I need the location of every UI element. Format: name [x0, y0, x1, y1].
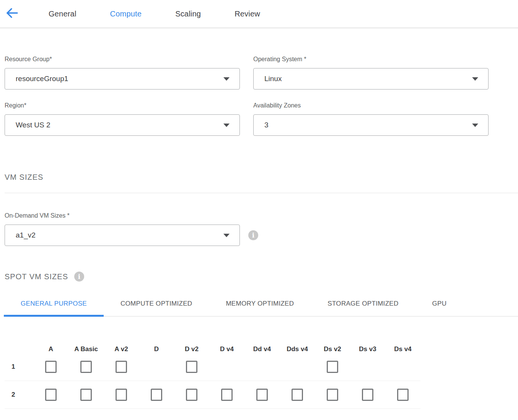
vm-size-checkbox-d-v2-row1[interactable] — [186, 361, 197, 373]
region-label: Region* — [5, 102, 240, 109]
tab-scaling[interactable]: Scaling — [175, 10, 201, 18]
vm-size-checkbox-a-basic-row2[interactable] — [80, 389, 92, 401]
spot-vm-sizes-title: SPOT VM SIZES — [5, 272, 68, 281]
spot-vm-size-table: AA BasicA v2DD v2D v4Dd v4Dds v4Ds v2Ds … — [5, 339, 420, 409]
spot-tab-gpu[interactable]: GPU — [415, 294, 464, 317]
vm-size-checkbox-dd-v4-row2[interactable] — [256, 389, 268, 401]
table-cell — [315, 389, 350, 401]
table-header-row: AA BasicA v2DD v2D v4Dd v4Dds v4Ds v2Ds … — [5, 339, 420, 353]
table-cell — [104, 389, 139, 401]
vm-size-checkbox-a-basic-row1[interactable] — [80, 361, 92, 373]
spot-category-tabs: GENERAL PURPOSECOMPUTE OPTIMIZEDMEMORY O… — [4, 294, 518, 317]
table-cell — [33, 389, 68, 401]
chevron-down-icon — [472, 77, 478, 81]
table-cell — [209, 389, 244, 401]
table-cell — [244, 389, 280, 401]
table-cell — [280, 389, 315, 401]
left-arrow-icon — [6, 7, 19, 20]
availability-zones-select[interactable]: 3 — [253, 114, 489, 136]
region-select[interactable]: West US 2 — [5, 114, 240, 136]
spot-tab-storage-optimized[interactable]: STORAGE OPTIMIZED — [311, 294, 415, 317]
compute-step-content: Resource Group* resourceGroup1 Operating… — [0, 56, 518, 409]
vm-size-checkbox-d-v2-row2[interactable] — [186, 389, 197, 401]
vm-size-checkbox-ds-v4-row2[interactable] — [397, 389, 409, 401]
table-cell — [350, 389, 385, 401]
info-icon[interactable]: i — [248, 230, 258, 240]
back-button[interactable] — [5, 7, 20, 21]
field-region: Region* West US 2 — [5, 102, 240, 136]
chevron-down-icon — [472, 124, 478, 127]
spot-vm-sizes-section: SPOT VM SIZES i — [5, 272, 518, 282]
compute-form: Resource Group* resourceGroup1 Operating… — [5, 56, 518, 136]
resource-group-value: resourceGroup1 — [16, 75, 68, 83]
column-header-dds-v4: Dds v4 — [280, 345, 315, 353]
row-label: 2 — [5, 391, 33, 399]
table-row: 1 — [5, 353, 420, 381]
column-header-d-v2: D v2 — [174, 345, 209, 353]
table-cell — [315, 361, 350, 373]
vm-size-checkbox-ds-v2-row1[interactable] — [327, 361, 338, 373]
table-cell — [68, 361, 104, 373]
vm-size-checkbox-ds-v2-row2[interactable] — [327, 389, 338, 401]
field-operating-system: Operating System * Linux — [253, 56, 489, 90]
availability-zones-value: 3 — [264, 121, 269, 129]
vm-sizes-section-title: VM SIZES — [5, 173, 518, 182]
column-header-d-v4: D v4 — [209, 345, 244, 353]
field-resource-group: Resource Group* resourceGroup1 — [5, 56, 240, 90]
wizard-header: General Compute Scaling Review — [0, 0, 518, 28]
spot-tab-general-purpose[interactable]: GENERAL PURPOSE — [4, 294, 104, 317]
operating-system-value: Linux — [264, 75, 282, 83]
column-header-a-v2: A v2 — [104, 345, 139, 353]
vm-size-checkbox-dds-v4-row2[interactable] — [292, 389, 303, 401]
vm-size-checkbox-a-v2-row1[interactable] — [116, 361, 127, 373]
on-demand-vm-sizes-label: On-Demand VM Sizes * — [5, 212, 518, 219]
table-cell — [68, 389, 104, 401]
availability-zones-label: Availability Zones — [253, 102, 489, 109]
column-header-ds-v2: Ds v2 — [315, 345, 350, 353]
section-divider — [5, 193, 518, 193]
on-demand-vm-sizes-value: a1_v2 — [16, 231, 36, 239]
tab-review[interactable]: Review — [235, 10, 260, 18]
table-cell — [174, 361, 209, 373]
table-cell — [385, 389, 420, 401]
vm-size-checkbox-a-row1[interactable] — [45, 361, 57, 373]
on-demand-vm-sizes-select[interactable]: a1_v2 — [5, 225, 240, 246]
column-header-ds-v4: Ds v4 — [385, 345, 420, 353]
wizard-steps: General Compute Scaling Review — [49, 10, 260, 18]
row-label: 1 — [5, 363, 33, 371]
info-icon[interactable]: i — [74, 272, 84, 282]
operating-system-label: Operating System * — [253, 56, 489, 63]
resource-group-label: Resource Group* — [5, 56, 240, 63]
vm-size-checkbox-d-v4-row2[interactable] — [221, 389, 233, 401]
table-row: 2 — [5, 381, 420, 409]
vm-size-checkbox-a-v2-row2[interactable] — [116, 389, 127, 401]
table-cell — [104, 361, 139, 373]
chevron-down-icon — [223, 234, 230, 237]
region-value: West US 2 — [16, 121, 50, 129]
column-header-d: D — [139, 345, 174, 353]
resource-group-select[interactable]: resourceGroup1 — [5, 68, 240, 90]
table-cell — [139, 389, 174, 401]
column-header-a-basic: A Basic — [68, 345, 104, 353]
vm-size-checkbox-a-row2[interactable] — [45, 389, 57, 401]
tab-general[interactable]: General — [49, 10, 77, 18]
table-cell — [33, 361, 68, 373]
operating-system-select[interactable]: Linux — [253, 68, 489, 90]
spot-tab-compute-optimized[interactable]: COMPUTE OPTIMIZED — [104, 294, 209, 317]
column-header-dd-v4: Dd v4 — [244, 345, 280, 353]
column-header-a: A — [33, 345, 68, 353]
field-availability-zones: Availability Zones 3 — [253, 102, 489, 136]
field-on-demand-vm-sizes: On-Demand VM Sizes * a1_v2 i — [5, 212, 518, 246]
vm-size-checkbox-ds-v3-row2[interactable] — [362, 389, 373, 401]
table-cell — [174, 389, 209, 401]
spot-tab-memory-optimized[interactable]: MEMORY OPTIMIZED — [209, 294, 311, 317]
tab-compute[interactable]: Compute — [110, 10, 142, 18]
chevron-down-icon — [223, 77, 230, 81]
column-header-ds-v3: Ds v3 — [350, 345, 385, 353]
chevron-down-icon — [223, 124, 230, 127]
vm-size-checkbox-d-row2[interactable] — [151, 389, 162, 401]
